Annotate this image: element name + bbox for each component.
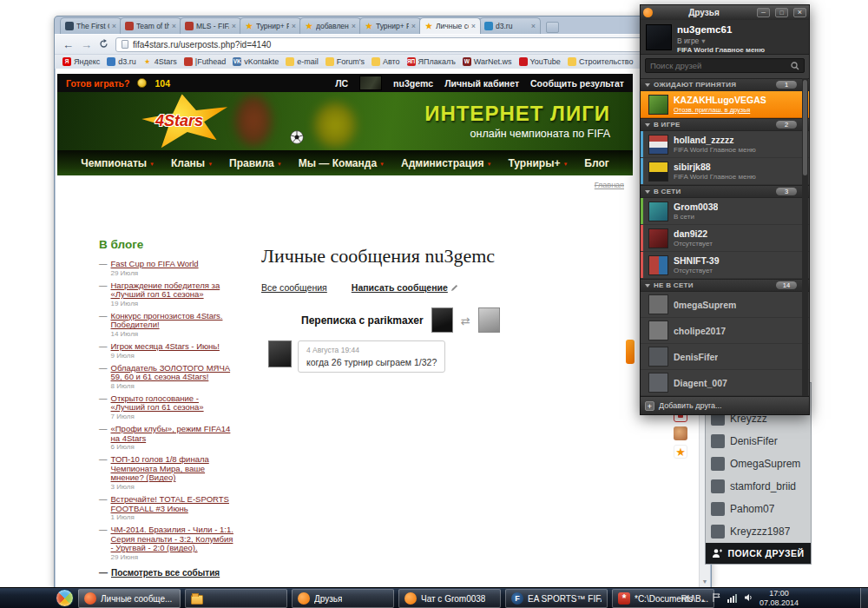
- close-icon[interactable]: [793, 8, 806, 17]
- language-indicator[interactable]: RU: [681, 594, 694, 604]
- bookmark-item[interactable]: |Futhead: [184, 57, 226, 66]
- nav-menu-item[interactable]: Чемпионаты: [81, 157, 155, 169]
- bookmark-item[interactable]: VK vKontakte: [233, 57, 279, 66]
- feedback-side-tab[interactable]: [626, 340, 635, 364]
- blog-post-link[interactable]: ТОП-10 голов 1/8 финала Чемпионата Мира,…: [111, 454, 209, 482]
- browser-tab[interactable]: MLS - FIFA 1: [180, 17, 241, 34]
- blog-post-link[interactable]: Открыто голосование - «Лучший гол 61 сез…: [111, 393, 204, 413]
- add-friend-button[interactable]: Добавить друга...: [659, 401, 722, 410]
- start-button[interactable]: [56, 589, 74, 607]
- blog-post-link[interactable]: Награждение победителя за «Лучший гол 61…: [111, 281, 220, 300]
- tab-close-icon[interactable]: [531, 22, 536, 30]
- nav-menu-item[interactable]: Турниры+: [508, 157, 568, 169]
- section-ingame-header[interactable]: В ИГРЕ 2: [641, 118, 809, 131]
- bookmark-item[interactable]: Авто: [372, 57, 400, 66]
- add-friend-icon[interactable]: [645, 401, 654, 411]
- friend-search-box[interactable]: [645, 58, 805, 73]
- hand-widget-icon[interactable]: [674, 426, 687, 440]
- blog-post-link[interactable]: «Профи клубы», режим FIFA14 на 4Stars: [111, 424, 231, 443]
- network-icon[interactable]: [727, 594, 737, 603]
- nav-menu-item[interactable]: Кланы: [171, 157, 213, 169]
- bookmark-item[interactable]: Я Яндекс: [62, 57, 100, 66]
- bookmark-item[interactable]: Forum's: [326, 57, 365, 66]
- overlay-friend-row[interactable]: Kreyzzz1987: [706, 520, 811, 543]
- nav-menu-item[interactable]: Администрация: [401, 157, 491, 169]
- site-logo[interactable]: 4Stars: [141, 94, 231, 149]
- bookmark-item[interactable]: ЯП ЯПлакалъ: [407, 57, 456, 66]
- private-messages-link[interactable]: ЛС: [335, 78, 348, 89]
- browser-tab[interactable]: ★ Турнир+ FIF: [359, 17, 421, 34]
- browser-tab[interactable]: d3.ru: [479, 17, 541, 34]
- friend-row[interactable]: SHNIFT-39 Отсутствует: [641, 252, 809, 279]
- tab-close-icon[interactable]: [112, 22, 116, 30]
- section-offline-header[interactable]: НЕ В СЕТИ 14: [641, 279, 809, 292]
- friends-scrollbar-thumb[interactable]: [803, 80, 807, 175]
- taskbar-button[interactable]: EA SPORTS™ FIFA...: [505, 589, 608, 608]
- overlay-friend-row[interactable]: DenisFifer: [706, 430, 811, 453]
- friend-row[interactable]: Grom0038 В сети: [641, 198, 809, 225]
- current-user-status[interactable]: В игре: [677, 36, 765, 45]
- friend-row[interactable]: sibirjk88 FIFA World Главное меню: [641, 158, 809, 185]
- friend-row[interactable]: holland_zzzzz FIFA World Главное меню: [641, 131, 809, 158]
- overlay-friend-row[interactable]: Pahom07: [706, 498, 811, 520]
- taskbar-button[interactable]: [185, 589, 287, 608]
- tab-close-icon[interactable]: [172, 22, 176, 30]
- show-desktop-button[interactable]: [860, 588, 868, 608]
- friend-row[interactable]: Diagent_007: [641, 370, 809, 396]
- friend-row[interactable]: dan9i22 Отсутствует: [641, 225, 809, 252]
- action-center-flag-icon[interactable]: [713, 593, 720, 604]
- browser-tab[interactable]: ★ Личные соо: [419, 17, 481, 34]
- tab-close-icon[interactable]: [292, 22, 296, 30]
- tab-write-message[interactable]: Написать сообщение: [352, 282, 458, 293]
- friend-row[interactable]: DenisFifer: [641, 344, 809, 370]
- breadcrumb-home-link[interactable]: Главная: [595, 181, 624, 189]
- section-online-header[interactable]: В СЕТИ 3: [641, 185, 809, 198]
- blog-post-link[interactable]: Игрок месяца 4Stars - Июнь!: [111, 341, 220, 351]
- taskbar-button[interactable]: Друзья: [292, 589, 394, 608]
- bookmark-item[interactable]: ★ 4Stars: [143, 57, 177, 66]
- taskbar-button[interactable]: Личные сообще...: [78, 589, 181, 608]
- bookmark-item[interactable]: YouTube: [519, 57, 561, 66]
- blog-post-link[interactable]: Обладатель ЗОЛОТОГО МЯЧА 59, 60 и 61 сез…: [111, 363, 231, 382]
- blog-post-link[interactable]: Fast Cup по FIFA World: [111, 259, 199, 268]
- star-widget-icon[interactable]: [674, 445, 687, 459]
- bookmark-item[interactable]: Строительство: [568, 57, 634, 66]
- bookmark-item[interactable]: W WarNet.ws: [463, 57, 512, 66]
- friend-row[interactable]: cholipe2017: [641, 318, 809, 344]
- personal-cabinet-link[interactable]: Личный кабинет: [444, 78, 519, 89]
- friend-row[interactable]: KAZAKHLugoVEGAS Отозв. приглаш. в друзья: [641, 91, 809, 118]
- blog-post-link[interactable]: ЧМ-2014. Бразилия - Чили - 1:1. Серия пе…: [111, 525, 233, 552]
- friends-titlebar[interactable]: Друзья: [641, 5, 809, 20]
- nav-menu-item[interactable]: Блог: [584, 157, 608, 169]
- blog-post-link[interactable]: Встречайте! TOTAL E-SPORTS FOOTBALL #3 И…: [111, 494, 229, 513]
- volume-icon[interactable]: [744, 593, 753, 604]
- report-result-link[interactable]: Сообщить результат: [530, 78, 624, 89]
- bookmark-item[interactable]: e-mail: [286, 57, 319, 66]
- overlay-friend-row[interactable]: stamford_briid: [706, 475, 811, 498]
- browser-tab[interactable]: ★ Турнир+ FIF: [240, 17, 301, 34]
- overlay-friend-row[interactable]: OmegaSuprem: [706, 453, 811, 475]
- view-all-events-link[interactable]: Посмотреть все события: [111, 568, 220, 578]
- url-input[interactable]: [133, 40, 684, 50]
- browser-tab[interactable]: The First Cl: [60, 17, 122, 34]
- forward-icon[interactable]: [81, 39, 92, 50]
- blog-post-link[interactable]: Конкурс прогнозистов 4Stars. Победители!: [111, 311, 223, 330]
- tab-all-messages[interactable]: Все сообщения: [261, 282, 327, 293]
- bookmark-item[interactable]: d3.ru: [107, 57, 136, 66]
- friends-scrollbar[interactable]: [802, 78, 808, 396]
- friend-action-link[interactable]: Отозв. приглаш. в друзья: [674, 106, 766, 114]
- friend-row[interactable]: 0megaSuprem: [641, 292, 809, 318]
- browser-tab[interactable]: Team of the: [120, 17, 181, 34]
- current-user-avatar[interactable]: [646, 24, 672, 50]
- tab-close-icon[interactable]: [411, 22, 416, 30]
- nav-menu-item[interactable]: Правила: [229, 157, 282, 169]
- maximize-icon[interactable]: [775, 8, 788, 17]
- back-icon[interactable]: [62, 39, 74, 50]
- tab-close-icon[interactable]: [232, 22, 236, 30]
- username-link[interactable]: nu3gemc: [393, 78, 433, 89]
- browser-tab[interactable]: ★ добавление: [299, 17, 361, 34]
- hidden-icons-icon[interactable]: [700, 594, 706, 604]
- tab-close-icon[interactable]: [471, 22, 476, 30]
- new-tab-button[interactable]: [546, 22, 559, 33]
- clock[interactable]: 17:00 07.08.2014: [760, 589, 799, 608]
